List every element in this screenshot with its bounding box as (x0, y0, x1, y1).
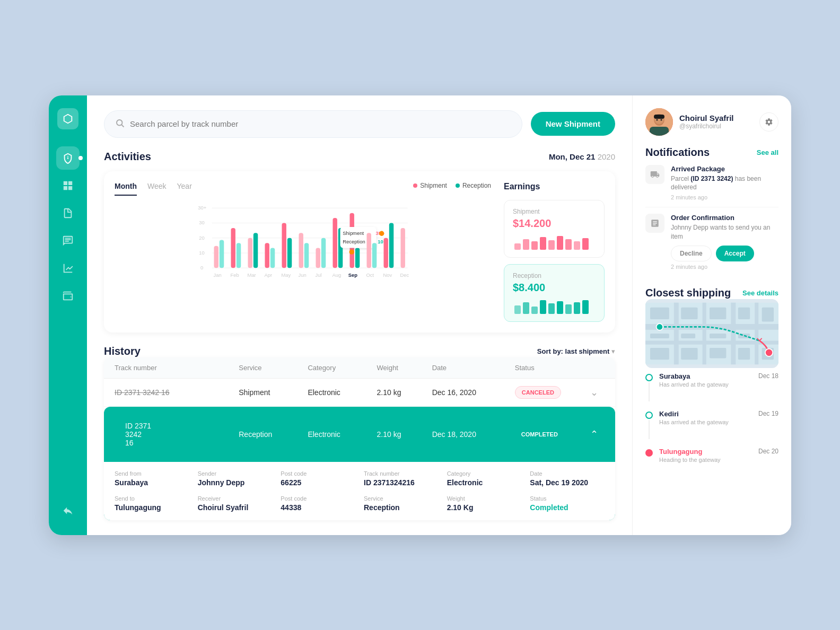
svg-text:May: May (282, 272, 291, 278)
detail-send-from: Send from Surabaya (115, 470, 189, 487)
app-container: New Shipment Activities Mon, Dec 21 2020… (49, 95, 791, 535)
svg-rect-22 (299, 233, 303, 268)
search-row: New Shipment (104, 110, 615, 138)
detail-status: Status Completed (530, 495, 605, 512)
svg-rect-37 (366, 233, 371, 268)
svg-rect-39 (383, 238, 388, 267)
user-name: Choirul Syafril (679, 113, 753, 122)
status-label: Status (530, 495, 605, 502)
sidebar-item-chat[interactable] (56, 229, 80, 252)
svg-rect-19 (270, 248, 275, 268)
svg-rect-63 (514, 305, 521, 314)
notif1-time: 2 minutes ago (671, 194, 778, 200)
detail-sender: Sender Johnny Depp (198, 470, 273, 487)
svg-rect-26 (332, 218, 337, 268)
detail-send-to: Send to Tulungagung (115, 495, 189, 512)
weight-value: 2.10 Kg (447, 503, 522, 512)
sidebar-item-grid[interactable] (56, 174, 80, 197)
notif2-actions: Decline Accept (671, 246, 778, 261)
row2-track: ID 2371 3242 16 (115, 414, 239, 454)
svg-text:10: 10 (378, 239, 383, 244)
tulungagung-city: Tulungagung (659, 448, 702, 456)
sender-value: Johnny Depp (198, 478, 273, 487)
row2-collapse-button[interactable]: ⌃ (584, 428, 605, 440)
earnings-section: Earnings Shipment $14.200 (504, 182, 605, 322)
notification-order: Order Confirmation Johnny Depp wants to … (645, 207, 778, 276)
svg-rect-25 (321, 238, 326, 267)
svg-rect-65 (531, 307, 538, 314)
svg-rect-70 (574, 302, 580, 314)
canceled-badge: CANCELED (515, 386, 561, 399)
detail-receiver: Receiver Choirul Syafril (198, 495, 273, 512)
svg-point-78 (661, 119, 662, 120)
earnings-shipment-card: Shipment $14.200 (504, 200, 605, 258)
row1-expand-button[interactable]: ⌄ (584, 387, 605, 398)
kediri-dot (645, 412, 653, 419)
sidebar-logo (57, 108, 78, 129)
svg-text:Mar: Mar (248, 272, 256, 278)
sidebar-nav (56, 146, 80, 499)
tulungagung-date: Dec 20 (758, 448, 778, 455)
notif1-desc: Parcel (ID 2371 3242) has been delivered (671, 174, 778, 192)
settings-button[interactable] (759, 112, 778, 132)
expanded-row-header: ID 2371 3242 16 Reception Electronic 2.1… (104, 407, 615, 462)
activities-title: Activities (104, 151, 151, 163)
row2-service: Reception (239, 430, 308, 439)
earnings-reception-label: Reception (513, 272, 596, 279)
sidebar-item-document[interactable] (56, 202, 80, 225)
surabaya-desc: Has arrived at the gateway (659, 381, 778, 388)
kediri-content: Kediri Dec 19 Has arrived at the gateway (659, 410, 778, 439)
sidebar-item-logout[interactable] (56, 499, 80, 522)
notification-arrived-content: Arrived Package Parcel (ID 2371 3242) ha… (671, 165, 778, 201)
svg-rect-64 (523, 302, 529, 314)
earnings-title: Earnings (504, 182, 605, 191)
tab-year[interactable]: Year (177, 182, 192, 196)
postcode2-label: Post code (281, 495, 355, 502)
svg-text:30+: 30+ (198, 205, 206, 211)
col-weight: Weight (377, 364, 432, 372)
svg-text:Jun: Jun (299, 272, 307, 278)
accept-button[interactable]: Accept (716, 246, 754, 261)
notifications-header: Notifications See all (645, 146, 778, 159)
legend-reception-label: Reception (462, 182, 491, 189)
notifications-section: Notifications See all Arrived Package Pa… (645, 146, 778, 276)
search-input[interactable] (130, 119, 511, 128)
tab-week[interactable]: Week (147, 182, 167, 196)
sidebar-item-shield[interactable] (56, 146, 80, 170)
svg-rect-83 (703, 302, 706, 364)
decline-button[interactable]: Decline (671, 246, 712, 261)
shipping-header: Closest shipping See details (645, 287, 778, 299)
chart-tabs: Month Week Year Shipment Reception (115, 182, 491, 196)
sort-control[interactable]: Sort by: last shipment ▾ (537, 347, 615, 355)
row1-category: Electronic (308, 388, 377, 397)
svg-text:Apr: Apr (265, 272, 273, 278)
svg-rect-93 (710, 334, 726, 338)
service-label: Service (364, 495, 439, 502)
detail-date: Date Sat, Dec 19 2020 (530, 470, 605, 487)
svg-text:20: 20 (199, 234, 204, 240)
svg-rect-24 (316, 248, 320, 268)
search-bar (104, 110, 522, 138)
row2-status-cell: COMPLETED (515, 428, 584, 440)
svg-rect-13 (220, 240, 224, 268)
surabaya-dot (645, 374, 653, 381)
status-value: Completed (530, 503, 605, 512)
svg-text:30: 30 (199, 220, 204, 225)
svg-rect-67 (548, 303, 555, 314)
postcode-value: 66225 (281, 478, 355, 487)
tab-month[interactable]: Month (115, 182, 137, 196)
svg-text:Feb: Feb (231, 272, 239, 278)
sidebar-item-chart[interactable] (56, 257, 80, 280)
svg-rect-54 (514, 243, 521, 250)
see-all-notifications[interactable]: See all (757, 148, 778, 156)
legend-reception: Reception (456, 182, 491, 189)
receiver-label: Receiver (198, 495, 273, 502)
new-shipment-button[interactable]: New Shipment (531, 112, 615, 136)
sidebar-item-wallet[interactable] (56, 284, 80, 308)
svg-point-0 (117, 120, 122, 126)
closest-shipping-title: Closest shipping (645, 287, 731, 299)
activities-header: Activities Mon, Dec 21 2020 (104, 151, 615, 163)
see-details-link[interactable]: See details (742, 289, 778, 297)
svg-rect-16 (248, 238, 252, 267)
row2-date: Dec 18, 2020 (432, 430, 515, 439)
